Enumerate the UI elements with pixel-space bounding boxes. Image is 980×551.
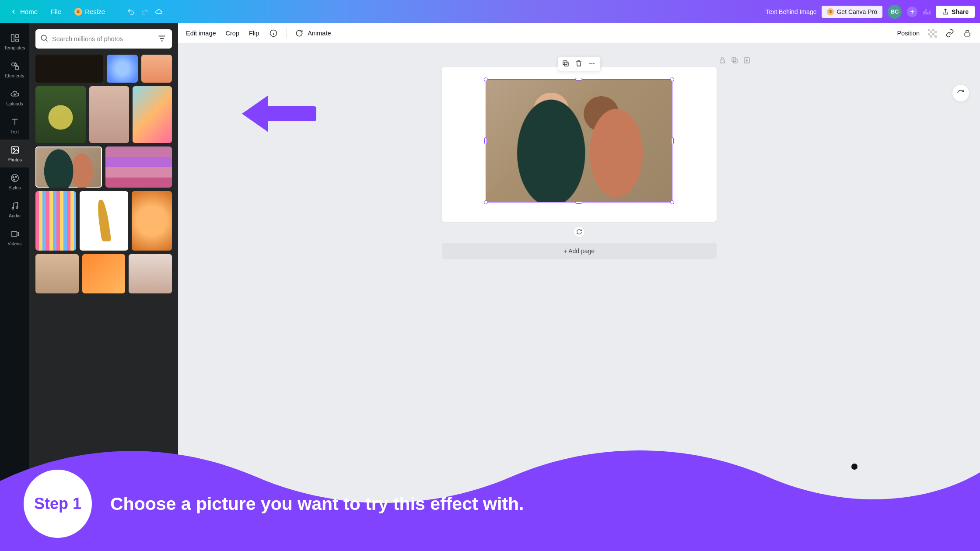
cloud-sync-icon[interactable] xyxy=(155,8,163,16)
search-input[interactable] xyxy=(52,35,154,42)
photo-thumb[interactable] xyxy=(35,86,86,143)
resize-handle[interactable] xyxy=(484,200,488,204)
redo-icon[interactable] xyxy=(141,8,149,16)
avatar[interactable]: BC xyxy=(888,5,902,19)
rail-audio[interactable]: Audio xyxy=(0,195,29,223)
canvas-area[interactable]: + Add page xyxy=(178,43,980,551)
svg-rect-27 xyxy=(965,33,970,36)
edit-image-button[interactable]: Edit image xyxy=(186,30,216,37)
rail-label: Elements xyxy=(5,73,24,78)
svg-rect-19 xyxy=(928,29,930,31)
photo-thumb[interactable] xyxy=(89,86,129,143)
svg-rect-22 xyxy=(934,31,937,33)
file-label: File xyxy=(51,8,61,15)
photo-thumb-selected[interactable] xyxy=(35,146,102,188)
rail-templates[interactable]: Templates xyxy=(0,28,29,56)
rail-label: Styles xyxy=(8,185,21,190)
rail-label: Templates xyxy=(4,45,25,50)
new-page-icon[interactable] xyxy=(743,56,751,64)
resize-handle[interactable] xyxy=(670,200,674,204)
tutorial-arrow-icon xyxy=(242,93,316,136)
svg-point-34 xyxy=(589,63,590,64)
undo-icon[interactable] xyxy=(127,8,135,16)
svg-rect-25 xyxy=(930,35,932,38)
info-icon[interactable] xyxy=(269,28,278,38)
separator xyxy=(286,28,287,38)
photo-thumb[interactable] xyxy=(35,55,103,83)
svg-rect-33 xyxy=(563,61,567,65)
svg-point-35 xyxy=(591,63,592,64)
get-pro-button[interactable]: ♛ Get Canva Pro xyxy=(822,6,882,18)
resize-handle[interactable] xyxy=(575,78,582,80)
lock-icon[interactable] xyxy=(962,28,972,38)
design-page[interactable] xyxy=(442,67,717,222)
photo-thumb[interactable] xyxy=(129,254,172,293)
photo-thumb[interactable] xyxy=(141,55,172,83)
add-page-button[interactable]: + Add page xyxy=(442,243,717,259)
photo-thumb[interactable] xyxy=(82,254,126,293)
svg-rect-30 xyxy=(732,58,736,62)
photo-thumb[interactable] xyxy=(35,191,76,251)
zoom-slider-thumb[interactable] xyxy=(851,464,858,470)
main: Templates Elements Uploads Text Photos S… xyxy=(0,23,980,551)
videos-icon xyxy=(10,229,20,239)
search-box[interactable] xyxy=(35,29,172,49)
reload-fab[interactable] xyxy=(952,84,970,102)
rail-photos[interactable]: Photos xyxy=(0,139,29,167)
transparency-icon[interactable] xyxy=(928,28,937,38)
duplicate-page-icon[interactable] xyxy=(731,56,738,64)
resize-button[interactable]: ♛ Resize xyxy=(70,5,109,18)
animate-button[interactable]: Animate xyxy=(294,28,331,38)
rail-uploads[interactable]: Uploads xyxy=(0,84,29,112)
flip-button[interactable]: Flip xyxy=(249,30,259,37)
link-icon[interactable] xyxy=(945,28,955,38)
trash-icon[interactable] xyxy=(575,59,584,68)
file-button[interactable]: File xyxy=(46,5,66,18)
photo-thumb[interactable] xyxy=(80,191,128,251)
rail-styles[interactable]: Styles xyxy=(0,167,29,195)
unlock-page-icon[interactable] xyxy=(718,56,726,64)
chevron-left-icon xyxy=(10,8,18,16)
photo-thumb[interactable] xyxy=(132,191,172,251)
insights-icon[interactable] xyxy=(923,8,931,16)
svg-rect-26 xyxy=(934,35,937,38)
page-sync-icon[interactable] xyxy=(574,226,585,237)
rail-label: Audio xyxy=(9,213,21,218)
resize-handle[interactable] xyxy=(575,201,582,204)
duplicate-icon[interactable] xyxy=(562,59,570,68)
add-member-button[interactable]: + xyxy=(907,7,917,17)
photo-thumb[interactable] xyxy=(133,86,172,143)
doc-title[interactable]: Text Behind Image xyxy=(766,8,817,15)
rail-text[interactable]: Text xyxy=(0,112,29,139)
ctx-right: Position xyxy=(897,28,972,38)
filter-icon[interactable] xyxy=(157,34,168,44)
selected-image[interactable] xyxy=(486,79,672,202)
templates-icon xyxy=(10,33,20,43)
home-button[interactable]: Home xyxy=(5,5,42,18)
resize-handle[interactable] xyxy=(484,77,488,81)
resize-handle[interactable] xyxy=(671,137,674,144)
position-button[interactable]: Position xyxy=(897,30,920,37)
rail-videos[interactable]: Videos xyxy=(0,223,29,251)
photo-thumb[interactable] xyxy=(35,254,79,293)
crop-button[interactable]: Crop xyxy=(226,30,239,37)
text-icon xyxy=(10,117,20,127)
left-rail: Templates Elements Uploads Text Photos S… xyxy=(0,23,29,551)
svg-rect-24 xyxy=(932,33,934,35)
audio-icon xyxy=(10,201,20,211)
photo-thumb[interactable] xyxy=(107,55,137,83)
more-icon[interactable] xyxy=(588,59,597,68)
share-button[interactable]: Share xyxy=(936,6,975,18)
resize-label: Resize xyxy=(85,8,105,15)
resize-handle[interactable] xyxy=(484,137,487,144)
photo-thumb[interactable] xyxy=(105,146,172,188)
search-icon xyxy=(40,34,49,44)
rail-elements[interactable]: Elements xyxy=(0,56,29,84)
resize-handle[interactable] xyxy=(670,77,674,81)
svg-rect-4 xyxy=(15,66,18,70)
photos-panel: ◂ xyxy=(29,23,178,551)
svg-rect-20 xyxy=(932,29,934,31)
topbar-right: Text Behind Image ♛ Get Canva Pro BC + S… xyxy=(766,5,975,19)
styles-icon xyxy=(10,173,20,183)
svg-rect-5 xyxy=(11,147,18,153)
